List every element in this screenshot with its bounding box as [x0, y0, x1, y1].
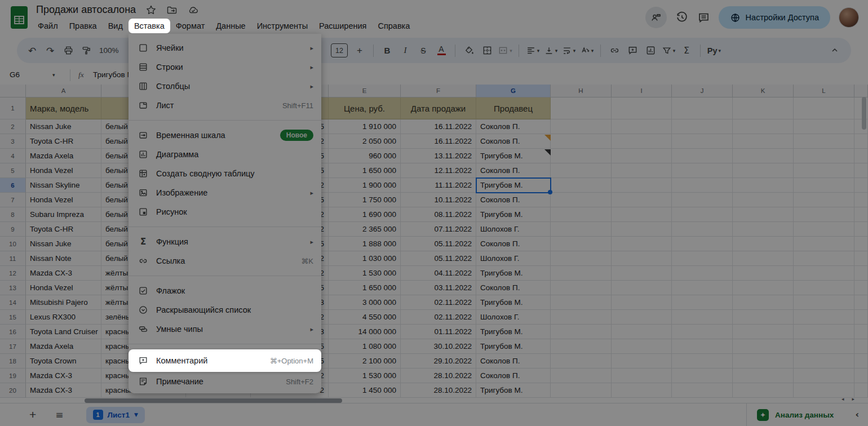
- menu-item-label: Комментарий: [156, 356, 263, 365]
- menubar-item-Вставка[interactable]: Вставка: [129, 19, 170, 33]
- comment-icon: [138, 356, 149, 366]
- sheets-app: Продажи автосалона ФайлПравкаВидВставкаФ…: [0, 0, 868, 426]
- menu-shortcut: ⌘+Option+M: [270, 357, 313, 365]
- menu-item-Комментарий[interactable]: Комментарий⌘+Option+M: [129, 349, 321, 372]
